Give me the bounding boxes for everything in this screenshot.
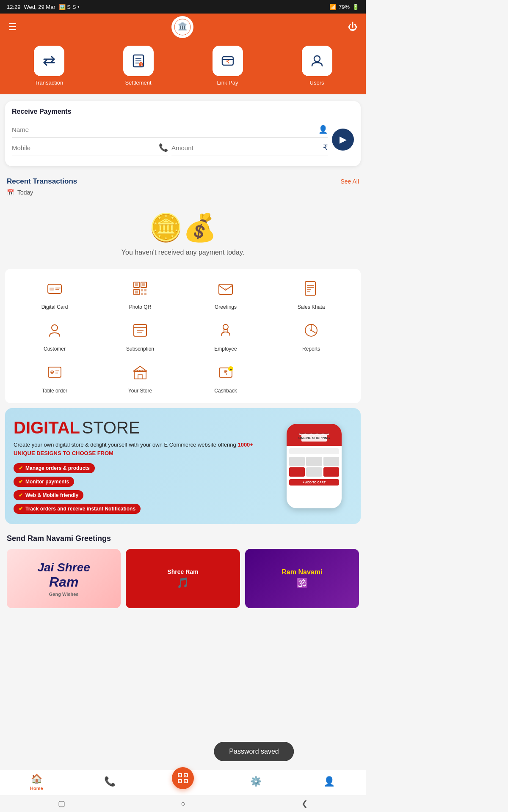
feature-your-store[interactable]: Your Store [97, 357, 183, 399]
action-link-pay[interactable]: ₹ Link Pay [213, 46, 243, 86]
nav-phone[interactable]: 📞 [73, 776, 146, 788]
svg-rect-66 [185, 781, 186, 782]
feature-photo-qr[interactable]: Photo QR [97, 273, 183, 315]
digital-card-icon [46, 280, 63, 301]
status-right: 📶 79% 🔋 [329, 4, 359, 10]
svg-rect-25 [144, 289, 146, 291]
top-nav: ☰ 🏛️ ⏻ [0, 14, 366, 41]
feature-empty [268, 357, 354, 399]
nav-settings[interactable]: ⚙️ [219, 776, 293, 788]
greetings-section: Send Ram Navami Greetings Jai Shree Ram … [0, 529, 366, 613]
name-input-row: 👤 [12, 121, 328, 138]
mobile-amount-row: 📞 ₹ [12, 140, 328, 158]
svg-rect-51 [138, 375, 142, 379]
feature-subscription[interactable]: Subscription [97, 315, 183, 357]
phone-top: ONLINE SHOPPING [287, 424, 342, 446]
check-icon-4: ✔ [19, 506, 23, 512]
action-transaction[interactable]: Transaction [34, 46, 64, 86]
svg-rect-21 [142, 283, 145, 286]
cashback-label: Cashback [214, 388, 237, 394]
users-icon [302, 46, 332, 76]
greeting-card-1[interactable]: Jai Shree Ram Gang Wishes [7, 549, 121, 608]
feature-digital-card[interactable]: Digital Card [12, 273, 97, 315]
name-input[interactable] [12, 126, 316, 133]
subscription-label: Subscription [126, 346, 154, 352]
receive-payments-card: Receive Payments 👤 📞 ₹ ▶ [5, 101, 361, 166]
back-button[interactable]: ❮ [301, 799, 308, 808]
employee-icon [217, 322, 234, 343]
mobile-input-row: 📞 [12, 140, 168, 156]
calendar-icon: 📅 [7, 189, 14, 196]
check-icon-1: ✔ [19, 465, 23, 471]
system-nav: ▢ ○ ❮ [0, 795, 366, 812]
greetings-icon [217, 280, 234, 301]
svg-text:₹: ₹ [224, 369, 228, 376]
nav-home[interactable]: 🏠 Home [0, 774, 73, 791]
date-row: 📅 Today [0, 187, 366, 199]
status-bar: 12:29 Wed, 29 Mar 🖼️ S S • 📶 79% 🔋 [0, 0, 366, 14]
scan-button[interactable] [172, 767, 194, 789]
reports-label: Reports [302, 346, 320, 352]
svg-text:₹: ₹ [226, 58, 229, 65]
empty-state: 🪙💰 You haven't received any payment toda… [0, 199, 366, 269]
home-label: Home [30, 786, 43, 791]
power-button[interactable]: ⏻ [348, 22, 357, 33]
action-settlement[interactable]: ₹ Settlement [123, 46, 154, 86]
toast-message: Password saved [229, 748, 279, 755]
settings-icon: ⚙️ [250, 776, 262, 787]
hamburger-menu[interactable]: ☰ [8, 22, 17, 33]
notification-icons: 🖼️ S S • [59, 4, 80, 10]
feature-cashback[interactable]: ₹ ★ Cashback [183, 357, 268, 399]
svg-point-39 [223, 324, 228, 329]
phone-add-cart: + ADD TO CART [289, 479, 339, 486]
name-icon: 👤 [318, 125, 328, 134]
phone-item-6 [323, 467, 339, 477]
bottom-nav: 🏠 Home 📞 ⚙️ 👤 [0, 770, 366, 795]
nav-scan-center[interactable] [146, 776, 220, 789]
recent-apps-button[interactable]: ▢ [58, 799, 65, 808]
feature-greetings[interactable]: Greetings [183, 273, 268, 315]
phone-item-5 [306, 467, 322, 477]
svg-rect-23 [135, 291, 138, 294]
check-icon-2: ✔ [19, 479, 23, 485]
svg-text:🏛️: 🏛️ [178, 22, 188, 31]
home-button[interactable]: ○ [181, 799, 186, 808]
feature-table-order[interactable]: Table order [12, 357, 97, 399]
feature-reports[interactable]: Reports [268, 315, 354, 357]
link-pay-label: Link Pay [217, 80, 238, 86]
app-logo: 🏛️ [171, 16, 193, 38]
transaction-label: Transaction [35, 80, 63, 86]
feature-sales-khata[interactable]: Sales Khata [268, 273, 354, 315]
amount-input[interactable] [171, 144, 320, 151]
nav-profile[interactable]: 👤 [293, 776, 366, 788]
phone-icon: 📞 [104, 776, 116, 787]
receive-payments-title: Receive Payments [12, 108, 354, 115]
coins-illustration: 🪙💰 [149, 212, 217, 244]
feature-customer[interactable]: Customer [12, 315, 97, 357]
amount-input-row: ₹ [171, 140, 328, 156]
customer-icon [46, 322, 63, 343]
recent-transactions-title: Recent Transactions [7, 177, 77, 186]
greeting-card-3[interactable]: Ram Navami 🕉️ [245, 549, 359, 608]
svg-rect-24 [141, 289, 143, 291]
status-left: 12:29 Wed, 29 Mar 🖼️ S S • [7, 4, 79, 10]
svg-rect-29 [305, 282, 315, 295]
time: 12:29 [7, 4, 21, 10]
subscription-icon [132, 322, 149, 343]
mobile-input[interactable] [12, 144, 156, 151]
greetings-grid: Jai Shree Ram Gang Wishes Shree Ram 🎵 Ra… [7, 549, 359, 608]
photo-qr-label: Photo QR [129, 304, 152, 310]
cashback-icon: ₹ ★ [217, 364, 234, 384]
reports-icon [303, 322, 320, 343]
greeting-card-2[interactable]: Shree Ram 🎵 [126, 549, 240, 608]
phone-content: + ADD TO CART [287, 446, 342, 488]
action-users[interactable]: Users [302, 46, 332, 86]
svg-text:★: ★ [229, 368, 232, 371]
svg-rect-46 [48, 367, 61, 377]
digital-store-banner[interactable]: DIGITAL STORE Create your own digital st… [5, 408, 361, 524]
submit-button[interactable]: ▶ [332, 129, 354, 151]
your-store-icon [132, 364, 149, 384]
phone-items-grid [289, 457, 339, 477]
see-all-button[interactable]: See All [340, 178, 359, 185]
feature-employee[interactable]: Employee [183, 315, 268, 357]
